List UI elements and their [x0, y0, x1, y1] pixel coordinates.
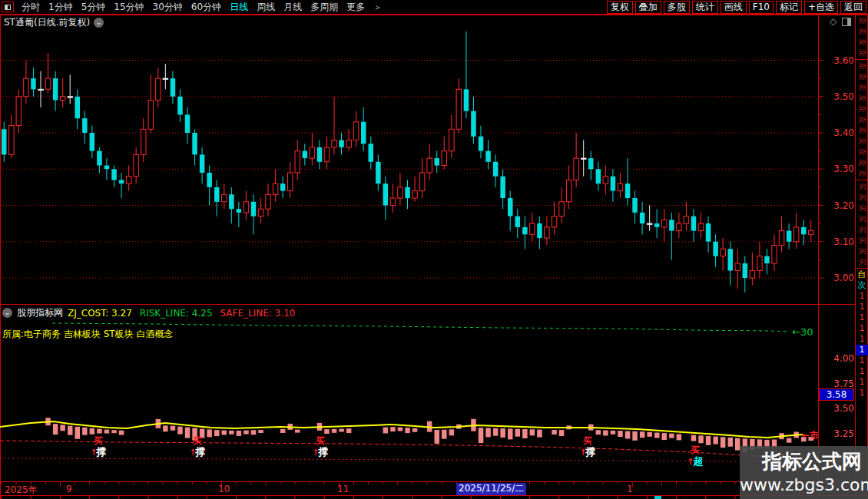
- tool-button-画线[interactable]: 画线: [721, 1, 747, 14]
- period-tab-5分钟[interactable]: 5分钟: [81, 1, 106, 14]
- indicator-bar: [244, 431, 249, 435]
- right-sidebar-strip[interactable]: 卖卖卖卖卖卖卖卖卖卖卖卖卖卖卖买买买买买买买买自次1111111111: [856, 15, 868, 499]
- buy-signal: 买↑撑: [89, 436, 108, 458]
- window-panel-icon[interactable]: [2, 2, 14, 12]
- candle-body: [97, 151, 102, 166]
- period-tab-日线[interactable]: 日线: [230, 1, 248, 14]
- candle-body: [376, 162, 381, 183]
- strip-digit: 1: [856, 366, 868, 377]
- indicator-bar: [75, 427, 81, 439]
- signal-bottom-label: 撑: [319, 446, 329, 458]
- candle-body: [405, 187, 410, 198]
- indicator-bar: [449, 429, 455, 435]
- price-axis-ticks: [818, 29, 855, 304]
- more-arrow-icon[interactable]: ＞: [373, 2, 382, 13]
- strip-digit: 1: [856, 291, 868, 302]
- tool-button-标记[interactable]: 标记: [776, 1, 802, 14]
- indicator-bar: [171, 426, 176, 431]
- page-title: ST通葡(日线.前复权): [4, 16, 90, 29]
- candle-body: [134, 154, 139, 176]
- candle-body: [390, 198, 396, 206]
- period-tab-15分钟[interactable]: 15分钟: [114, 1, 144, 14]
- indicator-bar: [611, 431, 616, 435]
- indicator-bar: [618, 431, 623, 437]
- candle-body: [303, 151, 308, 158]
- indicator-bar: [324, 429, 330, 434]
- candle-body: [16, 97, 22, 126]
- candle-body: [214, 187, 220, 202]
- period-tab-多周期[interactable]: 多周期: [310, 1, 338, 14]
- period-tab-更多[interactable]: 更多: [346, 1, 365, 14]
- indicator-bar: [508, 428, 513, 439]
- date-axis-label: 10: [218, 484, 230, 494]
- indicator-bar: [104, 430, 110, 434]
- indicator-bar: [691, 435, 697, 441]
- indicator-bar: [339, 429, 344, 432]
- tool-button-叠加[interactable]: 叠加: [635, 1, 661, 14]
- chart-title-row: ST通葡(日线.前复权) ⌄: [4, 16, 104, 29]
- tool-button-复权[interactable]: 复权: [607, 1, 633, 14]
- candle-body: [537, 223, 542, 238]
- candle-body: [508, 198, 513, 216]
- main-chart-svg[interactable]: [0, 29, 818, 304]
- candle-body: [669, 220, 674, 230]
- tool-button-F10[interactable]: F10: [749, 1, 774, 14]
- date-axis-ticks: [0, 481, 868, 499]
- candle-body: [522, 227, 528, 234]
- indicator-bar: [537, 430, 542, 438]
- indicator-chevron-icon[interactable]: ⌄: [2, 308, 12, 318]
- candle-body: [126, 177, 131, 184]
- candle-body: [244, 202, 249, 213]
- strip-digit: 1: [856, 345, 868, 355]
- period-tab-1分钟[interactable]: 1分钟: [48, 1, 73, 14]
- indicator-bar: [640, 431, 645, 438]
- top-toolbar: 分时1分钟5分钟15分钟30分钟60分钟日线周线月线多周期更多＞ 复权叠加多股统…: [0, 0, 868, 15]
- candle-body: [654, 223, 660, 227]
- period-tab-月线[interactable]: 月线: [283, 1, 302, 14]
- chevron-down-icon[interactable]: ⌄: [94, 18, 104, 28]
- candle-body: [618, 183, 623, 190]
- period-tab-周线[interactable]: 周线: [257, 1, 275, 14]
- candle-body: [369, 144, 374, 162]
- candle-body: [148, 101, 154, 130]
- candle-body: [698, 223, 704, 230]
- candle-body: [515, 216, 521, 227]
- watermark: 指标公式网 www.zbgs3.com: [740, 446, 868, 499]
- indicator-bar: [222, 431, 227, 435]
- indicator-bar: [552, 430, 557, 435]
- date-axis-label: 11: [337, 484, 349, 494]
- indicator-bar: [237, 431, 242, 436]
- strip-clipped-text: 买: [856, 256, 867, 268]
- strip-digit: 1: [856, 388, 868, 398]
- period-tab-分时[interactable]: 分时: [22, 1, 40, 14]
- diamond-icon[interactable]: ◇: [830, 16, 837, 27]
- indicator-bar: [295, 430, 300, 433]
- candle-body: [743, 263, 748, 278]
- indicator-bar: [207, 429, 212, 437]
- split-panel-icon[interactable]: [842, 18, 851, 26]
- candle-body: [596, 169, 601, 183]
- tool-button-统计[interactable]: 统计: [692, 1, 718, 14]
- buy-signal: 买↑超: [686, 445, 704, 467]
- candle-body: [2, 129, 7, 154]
- watermark-title: 指标公式网: [740, 449, 862, 474]
- tool-button-+自选[interactable]: +自选: [804, 1, 838, 14]
- strip-separator: [856, 268, 868, 269]
- buy-signal: 买↑撑: [311, 436, 330, 458]
- yellow-line-label: ←市: [802, 430, 818, 441]
- indicator-bar: [251, 430, 257, 435]
- candle-body: [485, 151, 491, 162]
- candle-body: [419, 173, 425, 191]
- candle-body: [728, 249, 734, 270]
- signal-bottom-label: 撑: [586, 446, 596, 458]
- red-dotted-line: [0, 458, 803, 462]
- tool-button-返回[interactable]: 返回: [840, 1, 866, 14]
- indicator-header: ⌄ 股朋指标网 ZJ_COST: 3.27RISK_LINE: 4.25SAFE…: [2, 306, 303, 319]
- tool-button-多股[interactable]: 多股: [664, 1, 690, 14]
- candle-body: [295, 151, 300, 173]
- candle-body: [207, 173, 212, 187]
- period-tab-30分钟[interactable]: 30分钟: [153, 1, 183, 14]
- period-tab-60分钟[interactable]: 60分钟: [191, 1, 221, 14]
- strip-tab-ci[interactable]: 次: [856, 280, 868, 291]
- strip-tab-zi[interactable]: 自: [856, 269, 868, 280]
